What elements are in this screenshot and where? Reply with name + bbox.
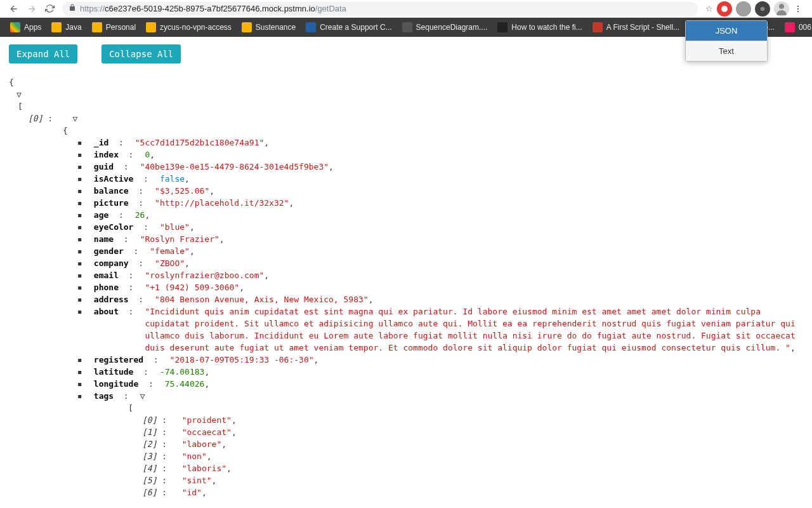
- json-value: "2018-07-09T05:19:33 -06:-30": [170, 355, 314, 364]
- profile-avatar[interactable]: [774, 1, 789, 17]
- apps-icon: [10, 22, 20, 32]
- button-row: Expand All Collapse All: [9, 44, 803, 64]
- json-property-row: ▪ tags : ▽: [9, 390, 803, 402]
- json-value: "occaecat": [182, 427, 232, 437]
- url-bar[interactable]: https://c6e237e6-5019-425b-8975-a7bf2567…: [62, 2, 698, 16]
- bookmark-item[interactable]: zycus-no-vpn-access: [141, 22, 237, 32]
- collapse-all-button[interactable]: Collapse All: [102, 44, 181, 64]
- json-value: "5cc7d1d175d2b1c180e74a91": [135, 138, 265, 147]
- json-key: _id: [94, 137, 108, 149]
- json-value: "proident": [182, 415, 232, 425]
- json-key: picture: [94, 197, 129, 209]
- json-key: email: [94, 269, 119, 281]
- collapse-toggle[interactable]: ▽: [16, 90, 22, 99]
- bookmark-item[interactable]: Apps: [5, 22, 46, 32]
- json-value: "blue": [160, 222, 190, 232]
- bullet-icon: ▪: [77, 161, 82, 173]
- bookmark-item[interactable]: SequenceDiagram....: [397, 22, 493, 32]
- json-value: "roslynfrazier@zboo.com": [145, 271, 264, 280]
- bookmark-label: Apps: [24, 23, 41, 32]
- json-value: -74.00183: [160, 367, 204, 377]
- extension-icon-3[interactable]: [755, 1, 770, 17]
- json-key: company: [94, 257, 129, 269]
- bookmark-item[interactable]: Java: [46, 22, 86, 32]
- url-host: c6e237e6-5019-425b-8975-a7bf25677646.moc…: [105, 4, 315, 13]
- json-property-row: ▪about :"Incididunt quis anim cupidatat …: [9, 305, 803, 354]
- forward-button[interactable]: [23, 0, 41, 18]
- bullet-icon: ▪: [77, 354, 82, 366]
- json-value: "Roslyn Frazier": [140, 234, 219, 244]
- json-property-row: ▪guid :"40be139e-0e15-4479-8624-301e4d5f…: [9, 161, 803, 173]
- back-button[interactable]: [5, 0, 23, 18]
- bookmark-item[interactable]: Personal: [87, 22, 141, 32]
- url-prefix: https://: [80, 4, 105, 13]
- bookmark-item[interactable]: How to watch the fi...: [492, 22, 587, 32]
- array-index: [2]: [142, 439, 157, 449]
- json-value: "laboris": [182, 464, 226, 473]
- svg-point-3: [797, 5, 799, 6]
- extension-icon-2[interactable]: [736, 1, 751, 17]
- json-array-item: [0] : "proident",: [9, 414, 803, 426]
- bullet-icon: ▪: [77, 257, 82, 269]
- expand-all-button[interactable]: Expand All: [9, 44, 77, 64]
- bookmark-item[interactable]: Create a Support C...: [301, 22, 396, 32]
- popup-json-option[interactable]: JSON: [686, 21, 767, 41]
- collapse-toggle[interactable]: ▽: [72, 114, 77, 123]
- json-value: "id": [182, 488, 202, 497]
- menu-button[interactable]: [789, 0, 807, 18]
- extension-icon-1[interactable]: [717, 1, 732, 17]
- json-array-item: [3] : "non",: [9, 450, 803, 462]
- svg-point-1: [761, 6, 765, 11]
- popup-text-option[interactable]: Text: [686, 41, 767, 61]
- json-key: tags: [94, 390, 114, 402]
- json-value: "http://placehold.it/32x32": [155, 198, 289, 208]
- bookmark-label: Create a Support C...: [320, 23, 391, 32]
- json-value: false: [160, 174, 185, 184]
- json-property-row: ▪gender :"female",: [9, 245, 803, 257]
- json-value: 75.44026: [165, 379, 205, 389]
- json-property-row: ▪address :"804 Benson Avenue, Axis, New …: [9, 293, 803, 305]
- json-array-item: [2] : "labore",: [9, 438, 803, 450]
- browser-toolbar: https://c6e237e6-5019-425b-8975-a7bf2567…: [0, 0, 812, 18]
- bookmark-item[interactable]: Sustenance: [237, 22, 301, 32]
- bookmark-item[interactable]: 006: [780, 22, 812, 32]
- json-array-item: [1] : "occaecat",: [9, 426, 803, 438]
- bullet-icon: ▪: [77, 305, 82, 318]
- svg-point-4: [797, 8, 799, 9]
- json-key: isActive: [94, 173, 134, 185]
- site-icon: [497, 22, 508, 32]
- json-property-row: ▪company :"ZBOO",: [9, 257, 803, 269]
- bookmark-label: How to watch the fi...: [511, 23, 582, 32]
- array-index: [1]: [142, 427, 157, 437]
- json-content: Expand All Collapse All { ▽ [ [0] : ▽ { …: [0, 37, 812, 508]
- bookmark-label: Sustenance: [256, 23, 296, 32]
- array-index: [5]: [142, 476, 157, 485]
- site-icon: [402, 22, 412, 32]
- json-value: "Incididunt quis anim cupidatat est sint…: [145, 307, 795, 352]
- bullet-icon: ▪: [77, 137, 82, 149]
- folder-icon: [146, 22, 156, 32]
- star-icon[interactable]: ☆: [705, 4, 713, 13]
- json-key: guid: [94, 161, 114, 173]
- svg-point-2: [779, 4, 784, 9]
- collapse-toggle[interactable]: ▽: [140, 391, 145, 401]
- folder-icon: [242, 22, 252, 32]
- bullet-icon: ▪: [77, 173, 82, 185]
- json-value: "sint": [182, 476, 212, 485]
- bullet-icon: ▪: [77, 209, 82, 221]
- reload-button[interactable]: [41, 0, 58, 18]
- array-index: [4]: [142, 464, 157, 473]
- json-property-row: ▪latitude :-74.00183,: [9, 366, 803, 378]
- bullet-icon: ▪: [77, 366, 82, 378]
- json-key: latitude: [94, 366, 134, 378]
- bookmark-label: zycus-no-vpn-access: [160, 23, 232, 32]
- bracket-open: [: [128, 403, 133, 413]
- json-property-row: ▪email :"roslynfrazier@zboo.com",: [9, 269, 803, 281]
- bookmark-label: SequenceDiagram....: [416, 23, 488, 32]
- bookmark-label: A First Script - Shell...: [606, 23, 679, 32]
- bullet-icon: ▪: [77, 185, 82, 197]
- json-property-row: ▪picture :"http://placehold.it/32x32",: [9, 197, 803, 209]
- json-key: gender: [94, 245, 124, 257]
- bookmark-item[interactable]: A First Script - Shell...: [587, 22, 684, 32]
- json-array-item: [4] : "laboris",: [9, 462, 803, 474]
